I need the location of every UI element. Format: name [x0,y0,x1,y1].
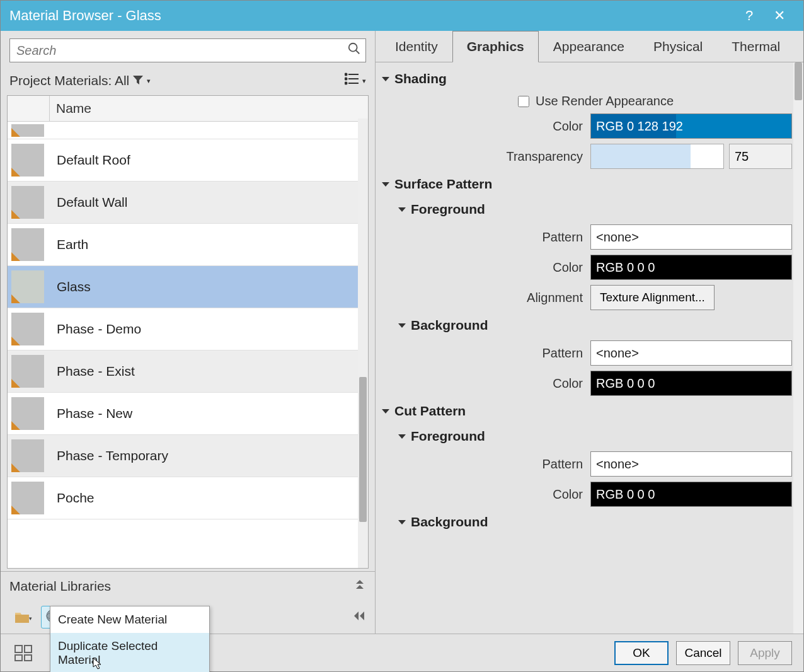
cut-fg-color-swatch[interactable]: RGB 0 0 0 [590,482,792,507]
folder-icon [14,610,30,624]
collapse-left-icon[interactable] [352,609,366,625]
cancel-button[interactable]: Cancel [676,641,730,665]
expand-triangle-icon [382,409,389,414]
shading-color-swatch[interactable]: RGB 0 128 192 [590,113,792,139]
window-title: Material Browser - Glass [9,8,734,24]
section-shading[interactable]: Shading [379,66,792,91]
bottom-bar: Create New Material Duplicate Selected M… [1,634,803,671]
menu-create-new-material[interactable]: Create New Material [50,606,209,633]
folder-button[interactable]: ▾ [9,606,35,629]
material-libraries-header[interactable]: Material Libraries [1,571,375,601]
alignment-label: Alignment [458,291,590,305]
svg-point-7 [345,83,347,84]
material-name: Poche [44,490,95,506]
expand-triangle-icon [382,182,389,187]
surface-fg-pattern-row: Pattern <none> [379,222,792,252]
texture-alignment-button[interactable]: Texture Alignment... [590,285,715,310]
surface-bg-color-swatch[interactable]: RGB 0 0 0 [590,371,792,396]
transparency-row: Transparency 75 [379,141,792,171]
material-row[interactable]: Poche [8,477,368,519]
tab-thermal[interactable]: Thermal [717,31,795,62]
transparency-fill [591,144,691,168]
menu-duplicate-selected-material[interactable]: Duplicate Selected Material [50,633,209,672]
help-button[interactable]: ? [734,1,764,31]
section-cut-foreground[interactable]: Foreground [379,424,792,449]
pattern-label: Pattern [458,346,590,361]
dropdown-caret-icon: ▾ [29,615,32,622]
material-thumbnail [11,313,44,345]
section-surface-background[interactable]: Background [379,313,792,338]
material-row-selected[interactable]: Glass [8,266,368,308]
surface-bg-pattern-field[interactable]: <none> [590,340,792,366]
material-row[interactable]: Phase - Temporary [8,435,368,477]
properties-scrollbar[interactable] [793,62,803,634]
section-cut-pattern[interactable]: Cut Pattern [379,398,792,424]
tab-physical[interactable]: Physical [639,31,717,62]
ok-button[interactable]: OK [614,641,669,665]
alignment-row: Alignment Texture Alignment... [379,282,792,313]
help-icon: ? [745,8,753,24]
name-column-header[interactable]: Name [50,96,368,121]
section-surface-foreground[interactable]: Foreground [379,197,792,222]
use-render-checkbox[interactable] [518,96,529,107]
material-thumbnail [11,270,44,303]
scrollbar-thumb[interactable] [795,62,802,100]
material-libraries-label: Material Libraries [9,579,353,594]
close-button[interactable]: ✕ [764,1,795,31]
material-row[interactable]: Phase - Demo [8,308,368,350]
dropdown-caret-icon: ▾ [147,77,151,85]
expand-triangle-icon [382,77,389,81]
material-name: Phase - Demo [44,322,141,337]
project-materials-label[interactable]: Project Materials: All ▾ [9,73,345,88]
section-surface-pattern[interactable]: Surface Pattern [379,171,792,197]
use-render-label: Use Render Appearance [536,94,674,108]
svg-point-0 [349,43,357,52]
search-icon[interactable] [347,42,361,59]
tab-appearance[interactable]: Appearance [539,31,639,62]
transparency-label: Transparency [458,149,590,164]
transparency-slider[interactable] [590,144,724,169]
section-cut-background[interactable]: Background [379,509,792,535]
new-material-context-menu: Create New Material Duplicate Selected M… [50,606,210,672]
material-name: Phase - New [44,406,132,421]
color-label: Color [458,260,590,275]
properties-panel: Shading Use Render Appearance Color RGB … [376,62,803,634]
material-row[interactable]: Default Wall [8,182,368,224]
list-view-icon[interactable] [345,72,360,89]
material-row[interactable]: Phase - New [8,393,368,435]
property-tabs: Identity Graphics Appearance Physical Th… [376,31,803,62]
shading-color-row: Color RGB 0 128 192 [379,111,792,141]
thumbnail-column[interactable] [8,96,50,121]
material-thumbnail [11,355,44,388]
expand-triangle-icon [398,520,406,524]
material-row[interactable]: Phase - Exist [8,350,368,393]
material-row[interactable]: Earth [8,224,368,266]
material-name: Default Wall [44,195,127,210]
expand-triangle-icon [398,323,406,328]
surface-fg-color-row: Color RGB 0 0 0 [379,252,792,282]
material-list-scrollbar[interactable] [358,119,368,568]
material-thumbnail [11,439,44,472]
content-area: Project Materials: All ▾ ▾ Name [1,31,803,634]
scrollbar-thumb[interactable] [359,377,367,522]
color-label: Color [458,487,590,502]
tab-identity[interactable]: Identity [381,31,452,62]
transparency-value[interactable]: 75 [729,144,792,169]
search-input[interactable] [9,38,366,62]
surface-fg-color-swatch[interactable]: RGB 0 0 0 [590,255,792,280]
tab-graphics[interactable]: Graphics [452,31,539,62]
cut-fg-pattern-field[interactable]: <none> [590,451,792,477]
expand-triangle-icon [398,207,406,212]
material-thumbnail [11,186,44,219]
surface-fg-pattern-field[interactable]: <none> [590,224,792,250]
apply-button[interactable]: Apply [738,641,792,665]
left-panel: Project Materials: All ▾ ▾ Name [1,31,376,634]
material-name: Phase - Exist [44,364,135,379]
material-row[interactable]: Default Roof [8,139,368,182]
use-render-appearance-row: Use Render Appearance [379,91,792,111]
asset-browser-button[interactable] [12,642,35,664]
close-icon: ✕ [774,8,785,24]
color-label: Color [458,119,590,134]
material-name: Glass [44,279,91,294]
material-row[interactable] [8,122,368,139]
